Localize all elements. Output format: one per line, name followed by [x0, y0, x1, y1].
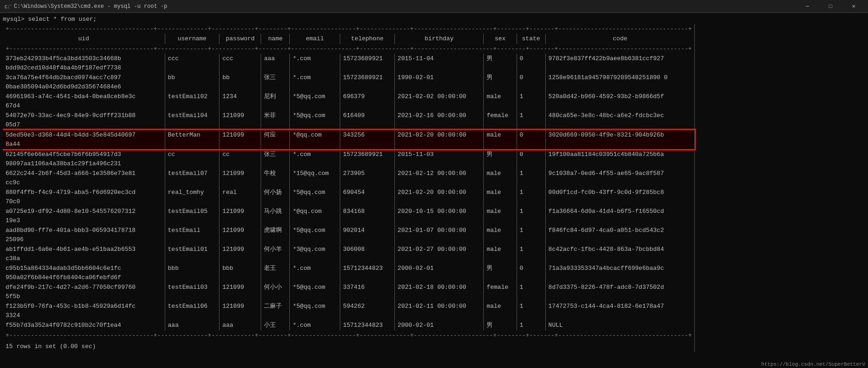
cell-username: cc	[165, 150, 220, 168]
cell-uid: 880f4ffb-f4c9-4719-aba5-f6d6920ec3cd 70c…	[3, 187, 165, 206]
cell-username: bb	[165, 73, 220, 92]
cell-uid: f123b5f0-76fa-453c-b1b8-45929a6d14fc 332…	[3, 301, 165, 320]
cell-name: 小王	[261, 320, 290, 331]
cell-email: *15@qq.com	[290, 168, 340, 187]
cell-code: 1258e96181a94579879289548251890 0	[546, 73, 695, 92]
cell-telephone: 15712344823	[340, 320, 395, 331]
prompt-line: mysql> select * from user;	[3, 15, 865, 24]
cell-username: testEmail05	[165, 206, 220, 225]
cell-sex: male	[484, 206, 517, 225]
cell-email: *5@qq.com	[290, 282, 340, 301]
cell-email: *.com	[290, 320, 340, 331]
cell-password: bb	[219, 73, 261, 92]
cell-uid: f55b7d3a352a4f0782c910b2c70f1ea4	[3, 320, 165, 331]
cell-code: 8d7d3375-8226-478f-adc8-7d37502d	[546, 282, 695, 301]
cell-name: 何小羊	[261, 244, 290, 263]
cell-birthday: 2021-02-12 00:00:00	[395, 168, 484, 187]
cell-email: *5@qq.com	[290, 111, 340, 130]
table-row: 6622c244-2b6f-45d3-a666-1e3586e73e81 cc9…	[3, 168, 695, 187]
cell-telephone: 306008	[340, 244, 395, 263]
cell-sex: male	[484, 168, 517, 187]
cell-telephone: 834168	[340, 206, 395, 225]
cell-sex: 男	[484, 150, 517, 168]
cell-code: 9c1038a7-0ed6-4f55-ae65-9ac8f587	[546, 168, 695, 187]
cell-birthday: 2015-11-03	[395, 150, 484, 168]
cell-uid: 46961963-a74c-4541-bda4-0bea8ceb8e3c 67d…	[3, 92, 165, 111]
cell-telephone: 273905	[340, 168, 395, 187]
cell-username: real_tomhy	[165, 187, 220, 206]
cell-state: 0	[517, 263, 546, 282]
table-row: 880f4ffb-f4c9-4719-aba5-f6d6920ec3cd 70c…	[3, 187, 695, 206]
cell-code: 71a3a933353347a4bcacff699e6baa9c	[546, 263, 695, 282]
cell-uid: aad8bd90-ff7e-401a-bbb3-065934178718 250…	[3, 225, 165, 244]
col-header-birthday: birthday	[395, 34, 484, 44]
status-bar: https://blog.csdn.net/SuperBetterV	[759, 361, 868, 368]
cell-sex: 男	[484, 320, 517, 331]
cell-telephone: 15723689921	[340, 150, 395, 168]
cell-telephone: 15712344823	[340, 263, 395, 282]
close-button[interactable]: ✕	[843, 0, 864, 13]
cell-uid: dfe24f9b-217c-4d27-a2d6-77050cf99760 5f5…	[3, 282, 165, 301]
cell-email: *.com	[290, 54, 340, 73]
cell-sex: 男	[484, 73, 517, 92]
cell-state: 1	[517, 244, 546, 263]
table-row: dfe24f9b-217c-4d27-a2d6-77050cf99760 5f5…	[3, 282, 695, 301]
cell-username: bbb	[165, 263, 220, 282]
cell-sex: female	[484, 282, 517, 301]
cell-birthday: 2020-10-15 00:00:00	[395, 206, 484, 225]
cell-code: 8c42acfc-1fbc-4428-863a-7bcbbd84	[546, 244, 695, 263]
cell-password: 121099	[219, 206, 261, 225]
cell-name: 尼利	[261, 92, 290, 111]
cell-telephone: 15723689921	[340, 54, 395, 73]
cell-telephone: 902014	[340, 225, 395, 244]
cell-birthday: 2015-11-04	[395, 54, 484, 73]
cell-name: 马小跳	[261, 206, 290, 225]
cell-sex: male	[484, 244, 517, 263]
cell-password: 121099	[219, 282, 261, 301]
cell-code: 480ca65e-3e8c-48bc-a6e2-fdcbc3ec	[546, 111, 695, 130]
minimize-button[interactable]: —	[797, 0, 818, 13]
table-row: 54072e70-33ac-4ec9-84e9-9cdfff231b88 05d…	[3, 111, 695, 130]
cell-name: 何应	[261, 130, 290, 150]
cell-uid: 6622c244-2b6f-45d3-a666-1e3586e73e81 cc9…	[3, 168, 165, 187]
cell-telephone: 337416	[340, 282, 395, 301]
cell-state: 1	[517, 320, 546, 331]
mysql-result-table: +---------------------------------------…	[3, 24, 695, 352]
cell-birthday: 2021-02-11 00:00:00	[395, 301, 484, 320]
cell-uid: a0725e19-df92-4d80-8e10-545576207312 19e…	[3, 206, 165, 225]
cmd-icon: C:\	[4, 3, 11, 10]
cell-state: 1	[517, 282, 546, 301]
title-text: C:\Windows\System32\cmd.exe - mysql -u r…	[14, 3, 167, 10]
cell-password: bbb	[219, 263, 261, 282]
cell-sex: 男	[484, 263, 517, 282]
divider: +---------------------------------------…	[3, 331, 695, 341]
cell-username: testEmail03	[165, 282, 220, 301]
cell-code: 9782f3e837ff422b9aee8b6381ccf927	[546, 54, 695, 73]
col-header-email: email	[290, 34, 340, 44]
cell-telephone: 696379	[340, 92, 395, 111]
cell-code: NULL	[546, 320, 695, 331]
col-header-uid: uid	[3, 34, 165, 44]
cell-sex: male	[484, 92, 517, 111]
table-row: 373eb242933b4f5ca3bd43503c34668b bdd9d2c…	[3, 54, 695, 73]
cell-sex: male	[484, 187, 517, 206]
cell-uid: 373eb242933b4f5ca3bd43503c34668b bdd9d2c…	[3, 54, 165, 73]
cell-name: 张三	[261, 150, 290, 168]
cell-username: testEmail01	[165, 244, 220, 263]
cell-username: testEmail06	[165, 301, 220, 320]
cell-uid: ab1ffdd1-6a6e-4b61-ae4b-e51baa2b6553 c38…	[3, 244, 165, 263]
cell-name: 老王	[261, 263, 290, 282]
cell-uid: c95b15a864334adab3d5bb6604c6e1fc 950a02f…	[3, 263, 165, 282]
cell-state: 0	[517, 73, 546, 92]
url-text: https://blog.csdn.net/SuperBetterV	[762, 362, 865, 367]
cell-email: *@qq.com	[290, 130, 340, 150]
col-header-code: code	[546, 34, 695, 44]
cell-uid: 3ca76a75e4f64db2bacd0974acc7c897 0bae305…	[3, 73, 165, 92]
maximize-button[interactable]: □	[820, 0, 841, 13]
cell-code: 00d0f1cd-fc0b-43ff-9c0d-9f285bc8	[546, 187, 695, 206]
table-row: aad8bd90-ff7e-401a-bbb3-065934178718 250…	[3, 225, 695, 244]
table-container: +---------------------------------------…	[3, 24, 865, 352]
cell-password: ccc	[219, 54, 261, 73]
col-header-username: username	[165, 34, 220, 44]
cell-email: *5@qq.com	[290, 187, 340, 206]
